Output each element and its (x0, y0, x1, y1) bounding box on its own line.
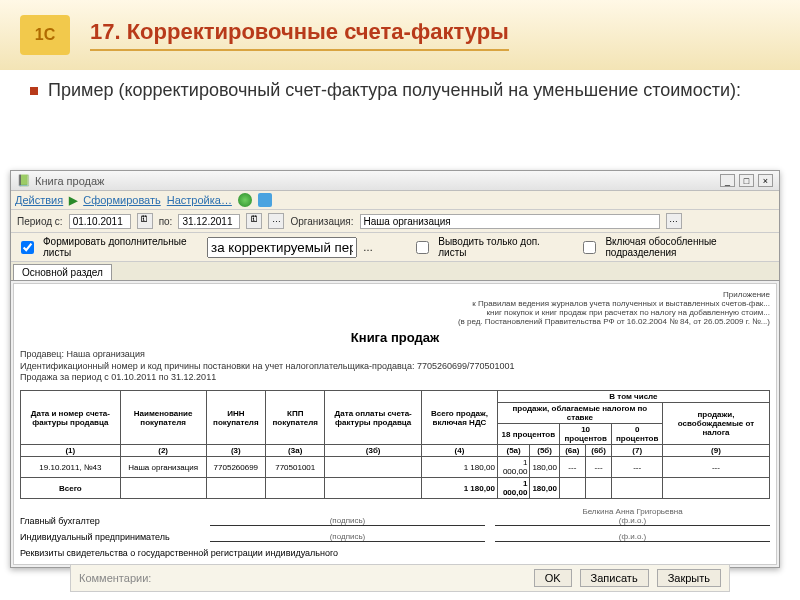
annex-l1: Приложение (20, 290, 770, 299)
sales-table: Дата и номер счета-фактуры продавца Наим… (20, 390, 770, 499)
sign-line: (подпись) (210, 516, 485, 526)
th-g10: 10 процентов (559, 424, 612, 445)
save-button[interactable]: Записать (580, 569, 649, 587)
actions-menu[interactable]: Действия (15, 194, 63, 206)
cell: 770501001 (266, 457, 325, 478)
options-bar: Формировать дополнительные листы … Вывод… (11, 233, 779, 262)
cell: 1 000,00 (497, 478, 530, 499)
report-title: Книга продаж (20, 330, 770, 345)
org-label: Организация: (290, 216, 353, 227)
comment-label: Комментарии: (79, 572, 151, 584)
book-icon: 📗 (17, 174, 31, 187)
cell: 1 180,00 (422, 478, 498, 499)
window-titlebar[interactable]: 📗 Книга продаж _ □ × (11, 171, 779, 191)
annex-l4: (в ред. Постановлений Правительства РФ о… (20, 317, 770, 326)
close-button[interactable]: × (758, 174, 773, 187)
cell: 1 180,00 (422, 457, 498, 478)
logo-1c: 1C (20, 15, 70, 55)
toolbar: Действия ▶ Сформировать Настройка… (11, 191, 779, 210)
cell (559, 478, 585, 499)
th-n3: (3) (206, 445, 266, 457)
bullet-icon (30, 87, 38, 95)
inn-line: Идентификационный номер и код причины по… (20, 361, 515, 371)
extra-sheets-checkbox[interactable] (21, 241, 34, 254)
th-n3a: (3a) (266, 445, 325, 457)
maximize-button[interactable]: □ (739, 174, 754, 187)
cell (585, 478, 612, 499)
only-extra-label: Выводить только доп. листы (438, 236, 558, 258)
cell: --- (559, 457, 585, 478)
cell: 1 000,00 (497, 457, 530, 478)
period-line: Продажа за период с 01.10.2011 по 31.12.… (20, 372, 216, 382)
table-row[interactable]: 19.10.2011, №43 Наша организация 7705260… (21, 457, 770, 478)
th-group2: продажи, облагаемые налогом по ставке (497, 403, 662, 424)
th-n9: (9) (662, 445, 769, 457)
params-bar: Период с: 🗓 по: 🗓 … Организация: … (11, 210, 779, 233)
generate-arrow-icon[interactable]: ▶ (69, 194, 77, 207)
fio-line: Белкина Анна Григорьевна (ф.и.о.) (495, 507, 770, 526)
bullet-text: Пример (корректировочный счет-фактура по… (48, 80, 741, 101)
seller-label: Продавец: (20, 349, 64, 359)
subdiv-checkbox[interactable] (583, 241, 596, 254)
cell (662, 478, 769, 499)
generate-button[interactable]: Сформировать (83, 194, 161, 206)
th-n2: (2) (120, 445, 206, 457)
period-range-button[interactable]: … (268, 213, 284, 229)
th-n5a: (5a) (497, 445, 530, 457)
th-n1: (1) (21, 445, 121, 457)
period-from-picker[interactable]: 🗓 (137, 213, 153, 229)
annex-text: Приложение к Правилам ведения журналов у… (20, 290, 770, 326)
ip-label: Индивидуальный предприниматель (20, 532, 200, 542)
extra-mode-select[interactable]: … (363, 242, 373, 253)
period-to-picker[interactable]: 🗓 (246, 213, 262, 229)
th-c3: ИНН покупателя (206, 391, 266, 445)
th-c4: Всего продаж, включая НДС (422, 391, 498, 445)
th-n4: (4) (422, 445, 498, 457)
period-from-label: Период с: (17, 216, 63, 227)
tab-bar: Основной раздел (11, 262, 779, 281)
period-from-input[interactable] (69, 214, 131, 229)
rekv-line: Реквизиты свидетельства о государственно… (20, 548, 770, 558)
th-g9: продажи, освобождаемые от налога (662, 403, 769, 445)
cell (206, 478, 266, 499)
annex-l2: к Правилам ведения журналов учета получе… (20, 299, 770, 308)
th-g0: 0 процентов (612, 424, 663, 445)
sales-book-window: 📗 Книга продаж _ □ × Действия ▶ Сформиро… (10, 170, 780, 568)
cell (120, 478, 206, 499)
th-group1: В том числе (497, 391, 769, 403)
report-meta: Продавец: Наша организация Идентификацио… (20, 349, 770, 384)
fio-sub: (ф.и.о.) (619, 516, 647, 525)
minimize-button[interactable]: _ (720, 174, 735, 187)
th-n3b: (3б) (325, 445, 422, 457)
th-n6a: (6a) (559, 445, 585, 457)
th-c3b: Дата оплаты счета-фактуры продавца (325, 391, 422, 445)
org-select-button[interactable]: … (666, 213, 682, 229)
period-to-input[interactable] (178, 214, 240, 229)
table-row-total: Всего 1 180,00 1 000,00 180,00 (21, 478, 770, 499)
cell: 180,00 (530, 457, 559, 478)
help-icon[interactable] (238, 193, 252, 207)
seller-value: Наша организация (66, 349, 145, 359)
subdiv-label: Включая обособленные подразделения (605, 236, 773, 258)
th-c1: Дата и номер счета-фактуры продавца (21, 391, 121, 445)
cell (325, 457, 422, 478)
info-icon[interactable] (258, 193, 272, 207)
close-button-footer[interactable]: Закрыть (657, 569, 721, 587)
tab-main[interactable]: Основной раздел (13, 264, 112, 280)
cell: --- (612, 457, 663, 478)
period-to-label: по: (159, 216, 173, 227)
cell (612, 478, 663, 499)
th-n5b: (5б) (530, 445, 559, 457)
slide-header: 1C 17. Корректировочные счета-фактуры (0, 0, 800, 70)
ok-button[interactable]: OK (534, 569, 572, 587)
extra-mode-input[interactable] (207, 237, 357, 258)
chief-name: Белкина Анна Григорьевна (582, 507, 682, 516)
extra-sheets-label: Формировать дополнительные листы (43, 236, 201, 258)
only-extra-checkbox[interactable] (416, 241, 429, 254)
annex-l3: книг покупок и книг продаж при расчетах … (20, 308, 770, 317)
cell: 19.10.2011, №43 (21, 457, 121, 478)
th-c2: Наименование покупателя (120, 391, 206, 445)
cell (325, 478, 422, 499)
org-input[interactable] (360, 214, 660, 229)
settings-link[interactable]: Настройка… (167, 194, 232, 206)
